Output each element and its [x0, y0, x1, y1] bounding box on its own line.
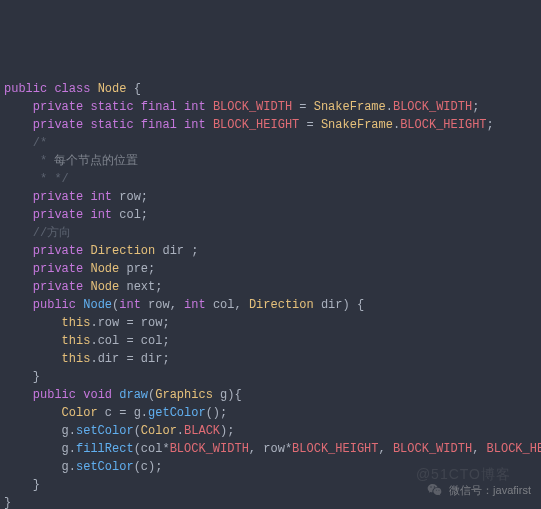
- token-kw-this: this: [62, 334, 91, 348]
- token-kw-int: int: [184, 100, 206, 114]
- code-editor: public class Node { private static final…: [0, 72, 541, 509]
- token-class-name: Color: [141, 424, 177, 438]
- token-kw-int: int: [90, 190, 112, 204]
- token-field-name: BLOCK_HEIGHT: [213, 118, 299, 132]
- token-kw-int: int: [184, 118, 206, 132]
- token-class-name: SnakeFrame: [314, 100, 386, 114]
- code-line: }: [4, 476, 537, 494]
- token-punct: (: [134, 460, 141, 474]
- token-punct: =: [126, 352, 133, 366]
- code-line: public void draw(Graphics g){: [4, 386, 537, 404]
- code-line: g.fillRect(col*BLOCK_WIDTH, row*BLOCK_HE…: [4, 440, 537, 458]
- token-field-name: BLACK: [184, 424, 220, 438]
- token-class-name: Node: [98, 82, 127, 96]
- token-kw-int: int: [184, 298, 206, 312]
- token-punct: (: [134, 424, 141, 438]
- token-field-name: BLOCK_WIDTH: [393, 100, 472, 114]
- token-punct: .: [90, 352, 97, 366]
- token-punct: ;: [472, 100, 479, 114]
- token-punct: ;: [487, 118, 494, 132]
- token-punct: ();: [206, 406, 228, 420]
- token-kw-private: private: [33, 100, 83, 114]
- token-class-name: SnakeFrame: [321, 118, 393, 132]
- token-punct: ,: [379, 442, 393, 456]
- token-punct: ) {: [343, 298, 365, 312]
- token-punct: ;: [191, 244, 198, 258]
- token-class-name: Node: [90, 280, 119, 294]
- token-kw-int: int: [119, 298, 141, 312]
- token-comment: * */: [40, 172, 69, 186]
- token-ident: dir: [141, 352, 163, 366]
- token-ident: row: [119, 190, 141, 204]
- token-punct: }: [33, 478, 40, 492]
- token-kw-final: final: [141, 118, 177, 132]
- token-punct: ,: [235, 298, 249, 312]
- token-kw-private: private: [33, 208, 83, 222]
- token-ident: dir: [321, 298, 343, 312]
- token-ident: row: [141, 316, 163, 330]
- token-punct: =: [307, 118, 314, 132]
- token-punct: ;: [155, 280, 162, 294]
- token-class-name: Color: [62, 406, 98, 420]
- token-punct: =: [126, 316, 133, 330]
- code-line: //方向: [4, 224, 537, 242]
- code-line: private Node pre;: [4, 260, 537, 278]
- token-comment: //方向: [33, 226, 71, 240]
- code-line: }: [4, 368, 537, 386]
- token-ident: g: [62, 424, 69, 438]
- token-class-name: Direction: [249, 298, 314, 312]
- token-punct: .: [69, 460, 76, 474]
- token-kw-private: private: [33, 190, 83, 204]
- code-line: public Node(int row, int col, Direction …: [4, 296, 537, 314]
- code-line: this.dir = dir;: [4, 350, 537, 368]
- code-line: this.col = col;: [4, 332, 537, 350]
- code-line: this.row = row;: [4, 314, 537, 332]
- token-punct: ;: [148, 262, 155, 276]
- token-punct: ){: [227, 388, 241, 402]
- token-kw-this: this: [62, 352, 91, 366]
- token-ident: col: [119, 208, 141, 222]
- token-kw-public: public: [33, 388, 76, 402]
- token-class-name: Direction: [90, 244, 155, 258]
- token-punct: =: [126, 334, 133, 348]
- token-kw-static: static: [90, 118, 133, 132]
- token-ident: pre: [126, 262, 148, 276]
- token-punct: (: [134, 442, 141, 456]
- token-punct: }: [33, 370, 40, 384]
- token-punct: =: [299, 100, 306, 114]
- token-ident: next: [126, 280, 155, 294]
- token-ident: col: [213, 298, 235, 312]
- token-ident: col: [141, 334, 163, 348]
- token-punct: ,: [472, 442, 486, 456]
- token-punct: .: [90, 316, 97, 330]
- token-kw-private: private: [33, 244, 83, 258]
- token-kw-private: private: [33, 280, 83, 294]
- token-method-name: fillRect: [76, 442, 134, 456]
- token-ident: dir: [98, 352, 120, 366]
- code-line: Color c = g.getColor();: [4, 404, 537, 422]
- token-method-name: setColor: [76, 460, 134, 474]
- token-punct: ;: [162, 316, 169, 330]
- token-punct: .: [69, 424, 76, 438]
- token-method-name: setColor: [76, 424, 134, 438]
- token-kw-public: public: [33, 298, 76, 312]
- token-punct: ,: [170, 298, 184, 312]
- token-field-name: BLOCK_HEIGHT: [487, 442, 541, 456]
- token-punct: ;: [141, 190, 148, 204]
- token-ident: c: [141, 460, 148, 474]
- token-comment: *: [40, 154, 54, 168]
- token-field-name: BLOCK_HEIGHT: [400, 118, 486, 132]
- token-ident: col: [141, 442, 163, 456]
- token-punct: *: [162, 442, 169, 456]
- code-line: g.setColor(Color.BLACK);: [4, 422, 537, 440]
- token-ident: g: [62, 442, 69, 456]
- token-kw-final: final: [141, 100, 177, 114]
- code-line: * */: [4, 170, 537, 188]
- token-punct: ;: [162, 352, 169, 366]
- code-line: private static final int BLOCK_HEIGHT = …: [4, 116, 537, 134]
- token-field-name: BLOCK_WIDTH: [213, 100, 292, 114]
- token-class-name: Node: [90, 262, 119, 276]
- token-method-name: draw: [119, 388, 148, 402]
- token-punct: *: [285, 442, 292, 456]
- token-kw-class: class: [54, 82, 90, 96]
